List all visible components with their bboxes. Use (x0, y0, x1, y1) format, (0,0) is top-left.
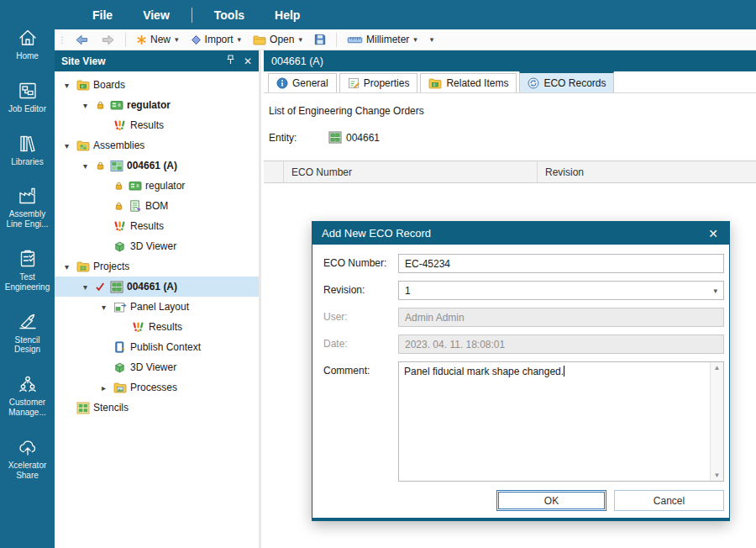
column-header-revision[interactable]: Revision (538, 161, 756, 182)
new-button[interactable]: New▾ (131, 32, 184, 47)
tree-item-assemblies[interactable]: ▾Assemblies (55, 135, 259, 155)
tree-item-stencils[interactable]: Stencils (55, 398, 259, 418)
revision-dropdown[interactable]: 1▾ (398, 281, 724, 300)
lock-badge (94, 161, 106, 171)
eco-number-field[interactable]: EC-45234 (398, 254, 724, 273)
tree-item-regulator[interactable]: regulator (55, 176, 259, 196)
scroll-up-icon[interactable]: ▲ (714, 364, 721, 371)
tree-item-label: Results (130, 220, 164, 232)
expand-down-icon[interactable]: ▾ (61, 141, 72, 150)
sidebar-item-libraries[interactable]: Libraries (0, 133, 55, 167)
menu-bar: FileViewToolsHelp (55, 0, 756, 29)
tree-item-label: regulator (127, 99, 171, 111)
sidebar-item-label: StencilDesign (14, 335, 40, 356)
eco-cycle-icon (528, 77, 539, 89)
scroll-down-icon[interactable]: ▼ (714, 472, 721, 479)
comment-textarea[interactable]: Panel fiducial mark shape changed.▲▼ (398, 361, 724, 482)
tab-general[interactable]: General (268, 73, 337, 92)
cancel-button[interactable]: Cancel (614, 490, 724, 511)
expand-down-icon[interactable]: ▾ (80, 101, 91, 110)
sidebar-item-customer-management[interactable]: CustomerManage... (0, 373, 55, 418)
expand-down-icon[interactable]: ▾ (80, 282, 91, 292)
field-label: Revision: (323, 281, 398, 300)
pin-icon[interactable] (226, 55, 235, 67)
new-asterisk-icon (136, 34, 147, 45)
combo-caret-icon[interactable]: ▾ (713, 287, 717, 295)
tree-item-regulator[interactable]: ▾regulator (55, 95, 259, 115)
tree-item-label: Projects (93, 261, 129, 272)
dialog-close-icon[interactable]: ✕ (706, 227, 720, 240)
tree-item-label: Results (130, 119, 164, 131)
sidebar-item-stencil-design[interactable]: StencilDesign (0, 311, 55, 356)
menu-tools[interactable]: Tools (214, 8, 244, 22)
expand-down-icon[interactable]: ▾ (98, 303, 109, 312)
board-icon (129, 180, 142, 192)
libraries-icon (17, 133, 39, 155)
dialog-body: ECO Number:EC-45234Revision:1▾User:Admin… (312, 245, 729, 519)
units-button[interactable]: Millimeter▾ (342, 32, 423, 47)
tree-item-004661-a-selected[interactable]: ▾004661 (A) (55, 277, 259, 297)
tab-label: ECO Records (543, 77, 606, 89)
ruler-icon (347, 35, 363, 45)
folder-board-icon (76, 79, 90, 91)
tab-properties[interactable]: Properties (339, 73, 418, 92)
menu-help[interactable]: Help (275, 8, 300, 22)
tree-item-label: 004661 (A) (127, 281, 177, 292)
units-extra-button[interactable]: ▾ (424, 34, 439, 45)
tree-item-results[interactable]: Results (55, 115, 259, 135)
board-icon (110, 99, 123, 111)
tree-item-3d-viewer[interactable]: 3D Viewer (55, 236, 259, 256)
active-check-badge (94, 282, 106, 292)
expand-down-icon[interactable]: ▾ (80, 161, 91, 171)
lock-icon (96, 161, 105, 171)
tree-item-publish-context[interactable]: Publish Context (55, 337, 259, 357)
tree-item-projects[interactable]: ▾Projects (55, 256, 259, 277)
tree-item-boards[interactable]: ▾Boards (55, 75, 259, 95)
check-red-icon (95, 282, 105, 292)
toolbar-grip-handle[interactable]: ⋮ (58, 35, 66, 45)
sidebar-item-home[interactable]: Home (0, 27, 55, 61)
column-header-eco-number[interactable]: ECO Number (284, 161, 538, 182)
dropdown-caret-icon: ▾ (430, 35, 434, 44)
stencils-grid-icon (76, 402, 90, 414)
expand-down-icon[interactable]: ▾ (61, 81, 72, 90)
ok-button[interactable]: OK (496, 490, 606, 511)
back-button[interactable] (70, 32, 94, 48)
lock-icon (114, 181, 123, 191)
entity-field[interactable]: 004661 (328, 131, 380, 144)
tree-item-processes[interactable]: ▸Processes (55, 377, 259, 398)
forward-button[interactable] (96, 32, 120, 48)
dialog-title-bar: Add New ECO Record ✕ (312, 222, 729, 245)
sidebar-item-test-engineering[interactable]: TestEngineering (0, 248, 55, 292)
expand-down-icon[interactable]: ▾ (61, 262, 72, 271)
tree-item-results[interactable]: Results (55, 216, 259, 236)
menu-view[interactable]: View (143, 8, 170, 22)
tab-strip: GeneralPropertiesRelated ItemsECO Record… (264, 71, 756, 93)
sidebar-item-assembly-line-engineering[interactable]: AssemblyLine Engi... (0, 185, 55, 229)
save-button[interactable] (309, 32, 331, 47)
forward-arrow-icon (101, 34, 115, 46)
expand-right-icon[interactable]: ▸ (98, 383, 109, 393)
sidebar-item-job-editor[interactable]: Job Editor (0, 80, 55, 114)
new-label: New (150, 34, 171, 45)
table-selector-column (264, 161, 284, 182)
tree-item-panel-layout[interactable]: ▾Panel Layout (55, 297, 259, 317)
import-button[interactable]: Import▾ (186, 32, 247, 47)
dropdown-caret-icon: ▾ (413, 35, 417, 44)
menu-file[interactable]: File (92, 8, 113, 22)
open-button[interactable]: Open▾ (248, 32, 307, 47)
open-label: Open (270, 34, 294, 45)
textarea-scrollbar[interactable]: ▲▼ (710, 362, 723, 481)
tree-item-results[interactable]: Results (55, 317, 259, 337)
tab-label: Related Items (446, 77, 508, 89)
field-row-date: Date:2023. 04. 11. 18:08:01 (323, 335, 724, 354)
tree-item-bom[interactable]: BOM (55, 196, 259, 216)
close-panel-icon[interactable]: ✕ (244, 55, 252, 67)
tree-item-004661-a[interactable]: ▾004661 (A) (55, 155, 259, 176)
sidebar-item-xcelerator-share[interactable]: XceleratorShare (0, 436, 55, 481)
tree-item-3d-viewer[interactable]: 3D Viewer (55, 357, 259, 377)
field-row-user: User:Admin Admin (323, 308, 724, 327)
tab-related-items[interactable]: Related Items (420, 73, 517, 92)
dropdown-caret-icon: ▾ (238, 35, 242, 44)
tab-eco-records[interactable]: ECO Records (519, 71, 614, 92)
